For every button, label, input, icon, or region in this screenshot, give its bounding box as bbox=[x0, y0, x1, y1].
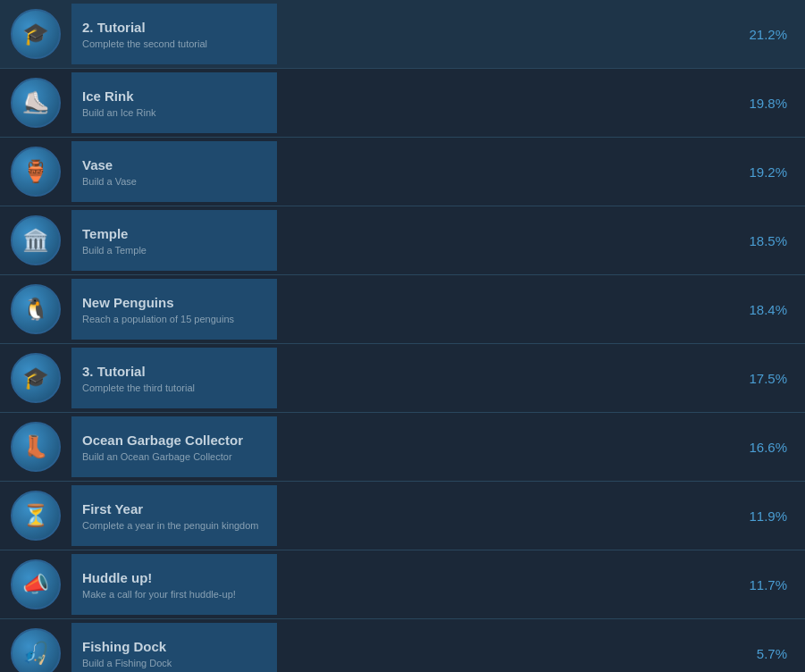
achievement-percentage: 19.2% bbox=[749, 164, 805, 180]
achievement-icon-wrapper: 🏛️ bbox=[5, 210, 66, 271]
achievement-icon-wrapper: 📣 bbox=[5, 554, 66, 615]
achievement-desc: Complete the second tutorial bbox=[82, 38, 266, 49]
achievement-icon: 👢 bbox=[11, 422, 61, 472]
achievement-icon-wrapper: 🏺 bbox=[5, 141, 66, 202]
achievement-icon-wrapper: ⛸️ bbox=[5, 72, 66, 133]
achievement-title: Vase bbox=[82, 157, 266, 172]
achievement-percentage: 18.4% bbox=[749, 302, 805, 317]
achievement-icon: 🎣 bbox=[11, 628, 61, 672]
achievement-icon: 🐧 bbox=[11, 284, 61, 334]
achievement-row[interactable]: 🎓 2. Tutorial Complete the second tutori… bbox=[0, 0, 805, 69]
achievement-info: 3. Tutorial Complete the third tutorial bbox=[71, 348, 277, 408]
achievement-percentage: 18.5% bbox=[749, 233, 805, 248]
achievement-icon-wrapper: 🎓 bbox=[5, 348, 66, 408]
achievement-icon-wrapper: 🐧 bbox=[5, 279, 66, 340]
achievement-info: Fishing Dock Build a Fishing Dock bbox=[71, 623, 277, 672]
achievement-percentage: 21.2% bbox=[749, 27, 805, 42]
achievement-row[interactable]: ⏳ First Year Complete a year in the peng… bbox=[0, 482, 805, 550]
achievement-info: New Penguins Reach a population of 15 pe… bbox=[71, 279, 277, 340]
achievement-title: 2. Tutorial bbox=[82, 20, 266, 35]
achievement-desc: Reach a population of 15 penguins bbox=[82, 314, 266, 324]
achievement-icon: ⏳ bbox=[11, 491, 61, 541]
achievement-title: First Year bbox=[82, 501, 266, 517]
achievement-icon: 🏛️ bbox=[11, 215, 61, 265]
achievement-info: Vase Build a Vase bbox=[71, 141, 277, 202]
achievement-title: Ice Rink bbox=[82, 88, 266, 104]
achievement-title: New Penguins bbox=[82, 295, 266, 310]
achievement-icon-wrapper: 🎣 bbox=[5, 623, 66, 672]
achievement-title: Temple bbox=[82, 226, 266, 241]
achievement-percentage: 19.8% bbox=[749, 96, 805, 111]
achievement-row[interactable]: 🎓 3. Tutorial Complete the third tutoria… bbox=[0, 344, 805, 413]
achievement-title: Ocean Garbage Collector bbox=[82, 433, 266, 448]
achievement-row[interactable]: 🏛️ Temple Build a Temple 18.5% bbox=[0, 206, 805, 275]
achievement-desc: Build a Temple bbox=[82, 245, 266, 256]
achievement-percentage: 11.7% bbox=[749, 577, 805, 592]
achievement-icon: 📣 bbox=[11, 559, 61, 609]
achievement-desc: Make a call for your first huddle-up! bbox=[82, 589, 266, 600]
achievement-desc: Complete the third tutorial bbox=[82, 382, 266, 393]
achievement-percentage: 5.7% bbox=[751, 646, 805, 661]
achievement-row[interactable]: 🎣 Fishing Dock Build a Fishing Dock 5.7% bbox=[0, 619, 805, 672]
achievement-info: Huddle up! Make a call for your first hu… bbox=[71, 554, 277, 615]
achievement-icon-wrapper: ⏳ bbox=[5, 485, 66, 546]
achievement-info: Ice Rink Build an Ice Rink bbox=[71, 72, 277, 133]
achievement-row[interactable]: 🏺 Vase Build a Vase 19.2% bbox=[0, 138, 805, 206]
achievement-row[interactable]: ⛸️ Ice Rink Build an Ice Rink 19.8% bbox=[0, 69, 805, 138]
achievement-info: Temple Build a Temple bbox=[71, 210, 277, 271]
achievement-row[interactable]: 📣 Huddle up! Make a call for your first … bbox=[0, 550, 805, 619]
achievement-title: Fishing Dock bbox=[82, 639, 266, 654]
achievement-icon: 🎓 bbox=[11, 353, 61, 403]
achievement-icon-wrapper: 🎓 bbox=[5, 4, 66, 64]
achievement-info: Ocean Garbage Collector Build an Ocean G… bbox=[71, 416, 277, 477]
achievement-icon: ⛸️ bbox=[11, 78, 61, 128]
achievement-percentage: 16.6% bbox=[749, 440, 805, 455]
achievement-row[interactable]: 🐧 New Penguins Reach a population of 15 … bbox=[0, 275, 805, 344]
achievement-percentage: 17.5% bbox=[749, 371, 805, 386]
achievement-title: 3. Tutorial bbox=[82, 364, 266, 379]
achievement-desc: Build a Fishing Dock bbox=[82, 658, 266, 668]
achievement-list: 🎓 2. Tutorial Complete the second tutori… bbox=[0, 0, 805, 672]
achievement-icon-wrapper: 👢 bbox=[5, 416, 66, 477]
achievement-desc: Build an Ocean Garbage Collector bbox=[82, 451, 266, 462]
achievement-title: Huddle up! bbox=[82, 570, 266, 585]
achievement-desc: Build a Vase bbox=[82, 176, 266, 187]
achievement-info: 2. Tutorial Complete the second tutorial bbox=[71, 4, 277, 64]
achievement-info: First Year Complete a year in the pengui… bbox=[71, 485, 277, 546]
achievement-desc: Build an Ice Rink bbox=[82, 107, 266, 118]
achievement-percentage: 11.9% bbox=[749, 508, 805, 524]
achievement-row[interactable]: 👢 Ocean Garbage Collector Build an Ocean… bbox=[0, 413, 805, 482]
achievement-desc: Complete a year in the penguin kingdom bbox=[82, 520, 266, 531]
achievement-icon: 🏺 bbox=[11, 147, 61, 197]
achievement-icon: 🎓 bbox=[11, 9, 61, 59]
